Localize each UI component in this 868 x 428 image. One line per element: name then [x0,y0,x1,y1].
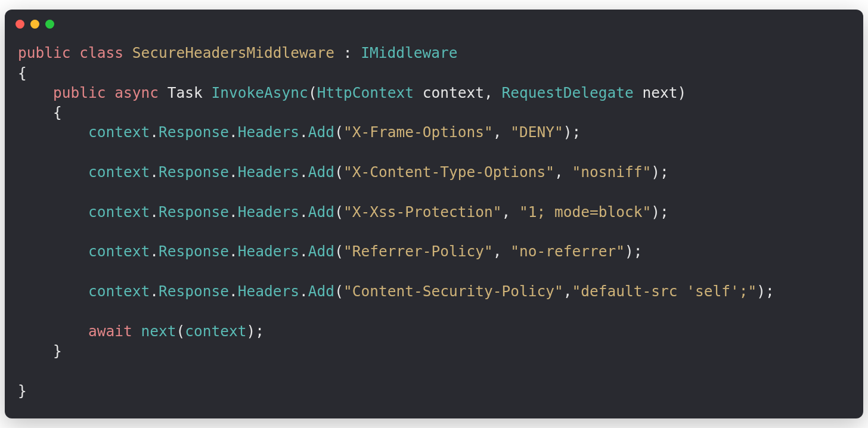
dot: . [150,163,159,181]
brace-close: } [53,342,62,359]
dot: . [150,283,159,300]
minimize-icon[interactable] [30,20,39,29]
comma: , [563,283,572,300]
string-literal: "X-Frame-Options" [343,123,493,141]
dot: . [229,243,238,260]
type-httpcontext: HttpContext [317,84,414,101]
identifier: Add [308,243,334,260]
keyword-async: async [114,84,159,101]
identifier: context [88,123,150,141]
dot: . [229,123,238,141]
code-window: public class SecureHeadersMiddleware : I… [5,10,863,418]
string-literal: "DENY" [510,123,563,141]
semicolon: ; [572,123,581,141]
keyword-public: public [53,84,106,101]
identifier: Headers [238,163,299,181]
dot: . [229,283,238,300]
dot: . [299,203,308,221]
string-literal: "X-Xss-Protection" [343,203,502,221]
maximize-icon[interactable] [45,20,54,29]
identifier: Response [159,243,229,260]
method-name: InvokeAsync [212,84,308,101]
identifier: next [141,322,176,340]
identifier: context [88,243,150,260]
brace-open: { [53,104,62,121]
paren-open: ( [334,123,343,141]
identifier: context [88,203,150,221]
paren-open: ( [334,243,343,260]
identifier: Headers [238,123,299,141]
paren-close: ) [757,283,765,300]
paren-close: ) [625,243,634,260]
dot: . [150,123,159,141]
string-literal: "default-src 'self';" [572,283,757,300]
brace-close: } [18,382,27,399]
paren-close: ) [677,84,686,101]
string-literal: "X-Content-Type-Options" [343,163,554,181]
identifier: Response [159,203,229,221]
paren-open: ( [334,163,343,181]
paren-open: ( [308,84,317,101]
string-literal: "Content-Security-Policy" [343,283,563,300]
paren-open: ( [334,283,343,300]
type-requestdelegate: RequestDelegate [501,84,633,101]
dot: . [229,163,238,181]
identifier: Response [159,123,229,141]
comma: , [501,203,519,221]
semicolon: ; [765,283,774,300]
keyword-class: class [79,44,123,61]
string-literal: "1; mode=block" [519,203,651,221]
dot: . [150,203,159,221]
param-next: next [634,84,678,101]
paren-close: ) [563,123,572,141]
colon: : [334,44,361,61]
dot: . [299,243,308,260]
semicolon: ; [634,243,643,260]
identifier: Add [308,283,334,300]
dot: . [299,283,308,300]
identifier: Response [159,163,229,181]
param-context: context [414,84,484,101]
identifier: Headers [238,283,299,300]
titlebar [5,10,863,38]
keyword-await: await [88,322,132,340]
paren-close: ) [651,203,660,221]
identifier: Headers [238,203,299,221]
comma: , [493,123,511,141]
paren-open: ( [176,322,185,340]
code-content: public class SecureHeadersMiddleware : I… [5,38,863,418]
paren-open: ( [334,203,343,221]
comma: , [484,84,502,101]
paren-close: ) [247,322,256,340]
keyword-public: public [18,44,71,61]
identifier: context [88,283,150,300]
type-task: Task [168,84,203,101]
identifier: Add [308,163,334,181]
comma: , [493,243,511,260]
dot: . [150,243,159,260]
dot: . [229,203,238,221]
paren-close: ) [651,163,660,181]
string-literal: "Referrer-Policy" [343,243,493,260]
dot: . [299,123,308,141]
identifier: Headers [238,243,299,260]
string-literal: "nosniff" [572,163,651,181]
brace-open: { [18,64,27,82]
identifier: context [185,322,246,340]
identifier: context [88,163,150,181]
semicolon: ; [660,163,669,181]
close-icon[interactable] [16,20,24,29]
semicolon: ; [255,322,264,340]
identifier: Add [308,123,334,141]
dot: . [299,163,308,181]
identifier: Response [159,283,229,300]
string-literal: "no-referrer" [510,243,625,260]
semicolon: ; [660,203,669,221]
class-name: SecureHeadersMiddleware [132,44,334,61]
identifier: Add [308,203,334,221]
comma: , [554,163,572,181]
interface-name: IMiddleware [361,44,457,61]
